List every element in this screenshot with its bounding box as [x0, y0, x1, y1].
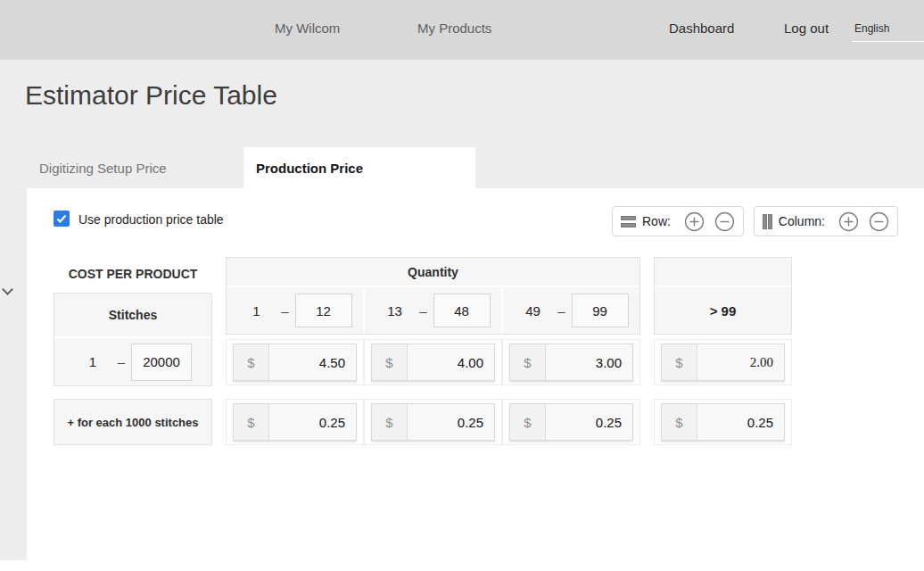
per-1000-price-cell-1: $	[226, 399, 364, 445]
currency-symbol: $	[372, 404, 408, 440]
tab-production-label: Production Price	[256, 161, 363, 176]
quantity-range-from: 13	[376, 303, 414, 319]
per-1000-price-input-1[interactable]	[269, 404, 356, 440]
quantity-header: Quantity	[227, 258, 639, 287]
row-control-label: Row:	[642, 214, 671, 228]
use-production-price-label: Use production price table	[78, 212, 224, 227]
unit-price-input-2[interactable]	[408, 344, 494, 380]
quantity-range-to-input-2[interactable]	[433, 294, 491, 327]
per-1000-price-input-2[interactable]	[408, 404, 494, 440]
currency-symbol: $	[234, 404, 269, 440]
unit-price-input-3[interactable]	[546, 344, 632, 380]
per-1000-price-cell-4: $	[654, 399, 792, 445]
unit-price-cell-2: $	[364, 339, 502, 385]
per-1000-price-input-4[interactable]	[697, 404, 784, 440]
over-99-label: > 99	[655, 287, 791, 334]
quantity-range-to-input-1[interactable]	[295, 294, 352, 327]
unit-price-input-4[interactable]	[697, 344, 784, 380]
nav-logout[interactable]: Log out	[784, 21, 829, 36]
rows-icon	[621, 216, 636, 228]
quantity-range-from: 49	[515, 303, 552, 319]
plus-circle-icon	[684, 211, 705, 232]
bottom-strip	[0, 560, 924, 571]
tab-production-price[interactable]: Production Price	[243, 147, 475, 188]
remove-row-button[interactable]	[714, 211, 735, 232]
per-1000-price-input-3[interactable]	[546, 404, 632, 440]
remove-column-button[interactable]	[869, 211, 889, 232]
quantity-range-to-input-3[interactable]	[572, 294, 629, 327]
row-control-group: Row:	[612, 206, 744, 236]
unit-price-cell-3: $	[502, 339, 640, 385]
quantity-range-cell-1: 1 –	[227, 287, 363, 334]
stitches-block: Stitches 1 –	[54, 293, 212, 386]
plus-circle-icon	[838, 211, 859, 232]
language-selector[interactable]: English	[852, 17, 924, 42]
unit-price-cell-1: $	[226, 339, 364, 385]
currency-symbol: $	[510, 344, 546, 380]
range-dash: –	[552, 303, 572, 319]
column-control-group: Column:	[754, 206, 898, 236]
checkmark-icon	[55, 212, 68, 225]
quantity-range-cell-3: 49 –	[501, 287, 639, 334]
per-1000-stitches-label: + for each 1000 stitches	[54, 399, 212, 445]
currency-symbol: $	[234, 344, 269, 380]
per-1000-price-cell-3: $	[502, 399, 640, 445]
estimator-price-table-screen: My Wilcom My Products Dashboard Log out …	[0, 0, 924, 571]
minus-circle-icon	[869, 211, 889, 232]
column-control-label: Column:	[779, 214, 825, 228]
stitches-range-cell: 1 –	[54, 338, 211, 385]
cost-per-product-label: COST PER PRODUCT	[54, 267, 212, 281]
currency-symbol: $	[662, 344, 697, 380]
currency-symbol: $	[372, 344, 408, 380]
page-title: Estimator Price Table	[25, 80, 277, 111]
top-navigation: My Wilcom My Products Dashboard Log out …	[0, 0, 924, 60]
quantity-range-from: 1	[238, 303, 276, 319]
stitches-header: Stitches	[54, 294, 211, 338]
minus-circle-icon	[714, 211, 735, 232]
stitches-range-to-input[interactable]	[131, 343, 192, 381]
range-dash: –	[276, 303, 295, 319]
add-column-button[interactable]	[838, 211, 859, 232]
unit-price-cell-4: $	[654, 339, 792, 385]
over-99-header-spacer	[655, 258, 791, 287]
unit-price-input-1[interactable]	[269, 344, 356, 380]
add-row-button[interactable]	[684, 211, 705, 232]
quantity-block: Quantity 1 – 13 – 49 –	[226, 257, 640, 335]
currency-symbol: $	[662, 404, 697, 440]
chevron-down-icon[interactable]	[2, 284, 13, 295]
over-99-block: > 99	[654, 257, 792, 335]
use-production-price-checkbox[interactable]	[54, 211, 70, 227]
columns-icon	[763, 214, 772, 229]
currency-symbol: $	[510, 404, 546, 440]
tab-digitizing-label: Digitizing Setup Price	[39, 161, 167, 176]
quantity-range-cell-2: 13 –	[363, 287, 501, 334]
per-1000-price-cell-2: $	[364, 399, 502, 445]
nav-my-wilcom[interactable]: My Wilcom	[275, 21, 340, 36]
language-selector-value: English	[854, 22, 889, 35]
tab-digitizing-setup-price[interactable]: Digitizing Setup Price	[27, 147, 243, 188]
nav-dashboard[interactable]: Dashboard	[669, 21, 734, 36]
range-dash: –	[111, 354, 131, 369]
range-dash: –	[414, 303, 433, 319]
nav-my-products[interactable]: My Products	[417, 21, 491, 36]
stitches-range-from: 1	[74, 354, 111, 369]
